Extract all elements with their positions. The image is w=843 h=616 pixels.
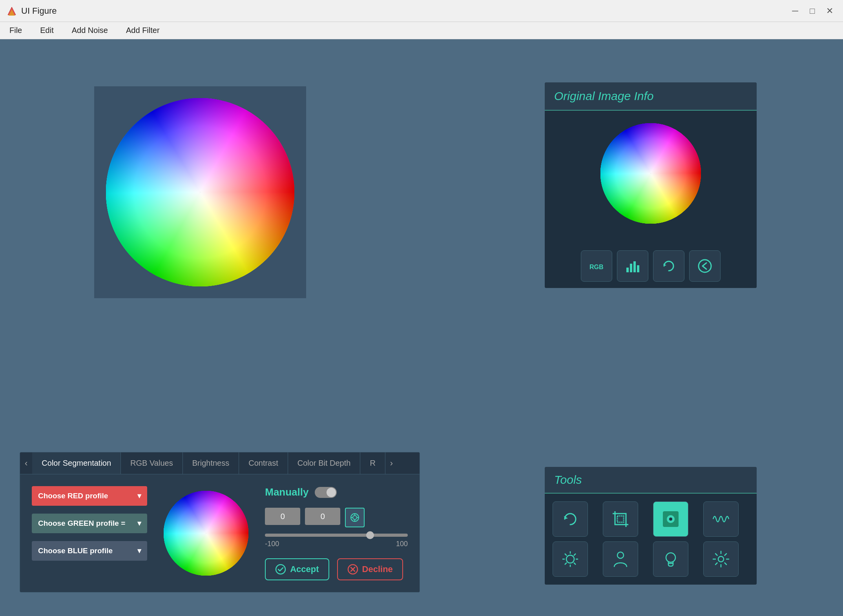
tools-panel: Tools [545,467,757,585]
red-profile-dropdown[interactable]: Choose RED profile ▼ [32,486,147,506]
green-profile-label: Choose GREEN profile = [32,514,131,533]
histogram-icon [625,258,640,274]
blue-profile-dropdown[interactable]: Choose BLUE profile ▼ [32,541,147,561]
person-tool[interactable] [603,541,638,577]
slider-container: -100 100 [265,534,408,548]
rgb-button[interactable]: RGB [581,250,612,282]
small-color-wheel [596,118,706,228]
svg-point-12 [566,555,574,563]
green-profile-dropdown[interactable]: Choose GREEN profile = ▼ [32,514,147,533]
refresh-icon [661,258,677,274]
orig-info-header: Original Image Info [545,82,757,111]
close-button[interactable]: ✕ [823,4,837,18]
bulb-tool[interactable] [653,541,688,577]
color-tool[interactable] [653,501,688,537]
decline-button[interactable]: Decline [337,558,403,580]
orig-info-panel: Original Image Info RGB [545,82,757,288]
tools-grid [545,494,757,585]
svg-point-11 [669,518,672,521]
slider-min-label: -100 [265,540,279,548]
tab-rgb-values[interactable]: RGB Values [121,452,183,474]
svg-point-26 [353,516,357,519]
manually-label: Manually [265,486,308,498]
bottom-color-wheel [159,486,253,580]
value-input-1[interactable] [265,508,300,525]
bulb-icon [661,550,680,569]
main-color-wheel [94,86,306,298]
blue-profile-arrow-icon: ▼ [131,541,147,561]
tools-title: Tools [554,473,582,486]
main-color-wheel-container [94,86,306,298]
svg-point-31 [276,565,285,574]
menu-add-noise[interactable]: Add Noise [69,24,111,36]
orig-info-title: Original Image Info [554,89,653,102]
target-icon-button[interactable] [345,508,365,527]
svg-rect-6 [637,265,639,272]
main-content: Original Image Info RGB [0,39,843,616]
settings-icon [712,550,730,569]
tab-content: Choose RED profile ▼ Choose GREEN profil… [20,474,420,592]
blue-profile-label: Choose BLUE profile [32,541,131,561]
waveform-icon [712,510,730,529]
slider-max-label: 100 [396,540,408,548]
rgb-icon: RGB [589,258,604,274]
green-profile-arrow-icon: ▼ [131,514,147,533]
value-input-2[interactable] [305,508,340,525]
svg-point-21 [617,552,624,558]
sun-tool[interactable] [553,541,588,577]
svg-point-22 [666,553,675,562]
menu-edit[interactable]: Edit [37,24,57,36]
tools-header: Tools [545,467,757,494]
crop-tool[interactable] [603,501,638,537]
refresh-button[interactable] [653,250,684,282]
menu-file[interactable]: File [6,24,25,36]
person-icon [611,550,630,569]
svg-rect-4 [630,264,632,272]
settings-tool[interactable] [703,541,739,577]
slider-labels: -100 100 [265,540,408,548]
svg-line-17 [565,554,567,556]
toggle-knob [327,488,336,497]
red-profile-label: Choose RED profile [32,486,131,506]
color-icon [661,510,680,529]
svg-point-24 [718,556,724,562]
tab-contrast[interactable]: Contrast [239,452,288,474]
small-color-wheel-container [596,118,706,228]
profile-controls: Choose RED profile ▼ Choose GREEN profil… [32,486,147,561]
title-bar: UI Figure ─ □ ✕ [0,0,843,22]
svg-line-18 [574,563,576,565]
waveform-tool[interactable] [703,501,739,537]
back-button[interactable] [689,250,721,282]
maximize-button[interactable]: □ [805,4,819,18]
tab-color-segmentation[interactable]: Color Segmentation [32,452,121,474]
svg-line-19 [574,554,576,556]
app-icon [6,5,17,16]
svg-rect-8 [617,516,624,522]
tab-color-bit-depth[interactable]: Color Bit Depth [288,452,361,474]
adjustment-controls: Manually [265,486,408,580]
red-profile-arrow-icon: ▼ [131,486,147,506]
svg-rect-5 [633,261,636,272]
tab-next-button[interactable]: › [385,452,398,474]
accept-button[interactable]: Accept [265,558,329,580]
decline-icon [347,564,358,575]
tab-r[interactable]: R [360,452,385,474]
crop-icon [611,510,630,529]
bottom-panel: ‹ Color Segmentation RGB Values Brightne… [20,452,420,592]
tab-brightness[interactable]: Brightness [183,452,239,474]
bottom-color-wheel-container [159,486,253,580]
sun-icon [561,550,580,569]
svg-rect-3 [626,268,629,272]
rotate-tool[interactable] [553,501,588,537]
manually-row: Manually [265,486,408,498]
adjustment-slider[interactable] [265,534,408,537]
svg-text:RGB: RGB [589,264,604,270]
tab-prev-button[interactable]: ‹ [20,452,32,474]
svg-line-20 [565,563,567,565]
manually-toggle[interactable] [315,487,337,498]
tab-bar: ‹ Color Segmentation RGB Values Brightne… [20,452,420,474]
minimize-button[interactable]: ─ [788,4,802,18]
menu-add-filter[interactable]: Add Filter [123,24,163,36]
histogram-button[interactable] [617,250,648,282]
accept-icon [275,564,286,575]
